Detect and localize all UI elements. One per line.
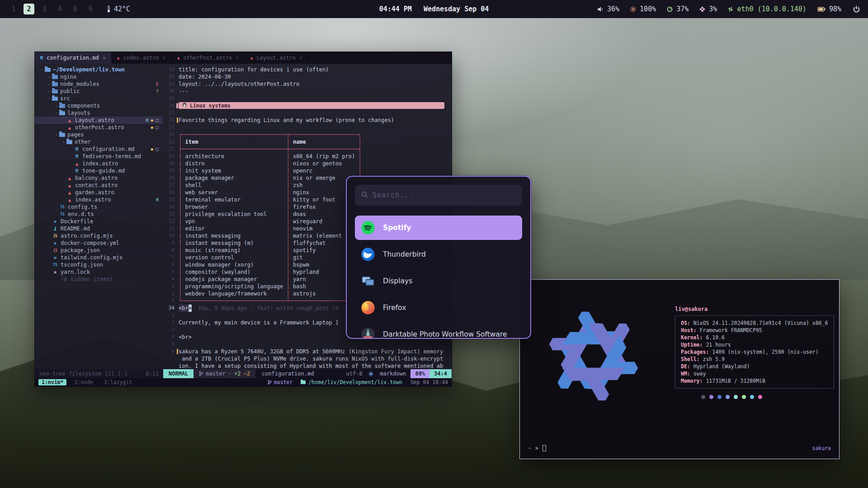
- file-label: node_modules: [60, 81, 99, 87]
- tab-otherPost.astro[interactable]: ▲otherPost.astro×: [172, 52, 245, 64]
- thermometer-icon: [107, 5, 111, 13]
- search-box[interactable]: [355, 185, 522, 206]
- workspace-switcher: 123489: [8, 4, 96, 14]
- tree-item-tone-guide.md[interactable]: Mtone-guide.md: [35, 167, 163, 174]
- tab-configuration.md[interactable]: Mconfiguration.md×: [35, 52, 112, 64]
- launcher-item-Spotify[interactable]: Spotify: [355, 216, 522, 240]
- network-module[interactable]: eth0 (10.0.0.140): [728, 5, 807, 13]
- tree-item-tsconfig.json[interactable]: TStsconfig.json: [35, 261, 163, 268]
- tree-item-fediverse-terms.md[interactable]: Mfediverse-terms.md: [35, 153, 163, 160]
- tree-item-public[interactable]: ▸public?: [35, 88, 163, 95]
- close-icon[interactable]: ×: [103, 55, 106, 61]
- chevron-down-icon: ▾: [47, 97, 52, 101]
- fetch-info: OS: NixOS 24.11.20240828.71e91c4 (Vicuna…: [675, 315, 834, 389]
- status-badge: ?: [156, 89, 159, 94]
- workspace-1[interactable]: 1: [8, 4, 19, 14]
- palette-dot: [758, 395, 762, 399]
- tree-item-config.ts[interactable]: TSconfig.ts: [35, 203, 163, 211]
- tree-item-README.md[interactable]: iREADME.md: [35, 225, 163, 232]
- module-value: 37%: [676, 5, 689, 13]
- tree-item-tailwind.config.mjs[interactable]: ≈tailwind.config.mjs: [35, 254, 163, 261]
- tree-item-otherPost.astro[interactable]: ▲otherPost.astro●: [35, 124, 163, 131]
- battery-module[interactable]: 98%: [817, 5, 841, 13]
- close-icon[interactable]: ×: [236, 55, 239, 61]
- tree-item-astro.config.mjs[interactable]: JSastro.config.mjs: [35, 232, 163, 239]
- tab-Layout.astro[interactable]: ▲Layout.astro×: [245, 52, 308, 64]
- tmux-window-3:lazygit[interactable]: 3:lazygit: [101, 379, 135, 385]
- launcher-item-Firefox[interactable]: Firefox: [355, 296, 522, 320]
- tree-item-yarn.lock[interactable]: ■yarn.lock: [35, 268, 163, 276]
- fetch-memory: Memory: 11731MiB / 31280MiB: [681, 377, 828, 385]
- git-changed-count: ~2: [243, 371, 250, 377]
- astro-icon: ▲: [66, 118, 73, 123]
- tree-item-balcony.astro[interactable]: ▲balcony.astro: [35, 174, 163, 182]
- chevron-down-icon: ▾: [39, 68, 44, 72]
- statusline-filename: configuration.md: [255, 369, 321, 378]
- close-icon[interactable]: ×: [299, 55, 302, 61]
- line-number: 12: [163, 218, 179, 225]
- workspace-4[interactable]: 4: [54, 4, 65, 14]
- tree-item-docker-compose.yml[interactable]: ◆docker-compose.yml: [35, 239, 163, 247]
- cpu-module[interactable]: 3%: [699, 5, 717, 13]
- fetch-de: DE: Hyprland (Wayland): [681, 363, 828, 370]
- line-number: 11: [163, 225, 179, 232]
- tree-item-layouts[interactable]: ▾layouts: [35, 109, 163, 117]
- palette-dot: [750, 395, 754, 399]
- launcher-item-Thunderbird[interactable]: Thunderbird: [355, 242, 522, 267]
- tree-item-contact.astro[interactable]: ▲contact.astro: [35, 182, 163, 189]
- tree-item-node_modules[interactable]: ▸node_modulesE: [35, 80, 163, 88]
- line-number: 18: [163, 174, 179, 182]
- tree-item-index.astro[interactable]: ▲index.astro: [35, 160, 163, 167]
- search-input[interactable]: [373, 191, 516, 199]
- close-icon[interactable]: ×: [163, 55, 166, 61]
- file-label: fediverse-terms.md: [82, 153, 141, 160]
- tree-item-pages[interactable]: ▾pages: [35, 131, 163, 138]
- line-number: 6: [163, 348, 179, 355]
- tab-label: configuration.md: [47, 55, 99, 61]
- usage-module[interactable]: 37%: [667, 5, 689, 13]
- astro-icon: ▲: [66, 190, 73, 195]
- modified-indicator: ●: [151, 125, 153, 130]
- workspace-2[interactable]: 2: [24, 4, 34, 14]
- tree-item-other[interactable]: ▾other: [35, 138, 163, 145]
- tree-item-package.json[interactable]: {}package.json: [35, 247, 163, 254]
- clock: 04:44 PM Wednesday Sep 04: [379, 5, 489, 13]
- folder-icon: [52, 75, 58, 79]
- tree-item-~/Development/liv.town[interactable]: ▾~/Development/liv.town: [35, 66, 163, 73]
- file-label: docker-compose.yml: [61, 240, 119, 246]
- editor-line: ion. I have a setup consisting of Hyprla…: [163, 362, 452, 369]
- terminal-window[interactable]: liv@sakura OS: NixOS 24.11.20240828.71e9…: [519, 279, 840, 459]
- file-label: Dockerfile: [61, 218, 93, 225]
- tree-item-Layout.astro[interactable]: ▲Layout.astroH●: [35, 117, 163, 124]
- readme-icon: i: [52, 226, 59, 231]
- file-label: Layout.astro: [75, 117, 114, 123]
- tree-item-(6 hidden items)[interactable]: (6 hidden items): [35, 276, 163, 283]
- workspace-8[interactable]: 8: [70, 4, 80, 14]
- tree-item-env.d.ts[interactable]: TSenv.d.ts: [35, 211, 163, 218]
- power-button[interactable]: [853, 6, 860, 13]
- tmux-window-2:node[interactable]: 2:node: [71, 379, 96, 385]
- workspace-3[interactable]: 3: [39, 4, 50, 14]
- file-tree[interactable]: ▾~/Development/liv.town▸nginx▸node_modul…: [35, 64, 163, 369]
- launcher-item-Darktable Photo Workflow Software[interactable]: Darktable Photo Workflow Software: [355, 322, 522, 339]
- line-number: 17: [163, 182, 179, 189]
- file-label: otherPost.astro: [75, 124, 124, 131]
- tab-index.astro[interactable]: ▲index.astro×: [112, 52, 172, 64]
- tree-item-src[interactable]: ▾src: [35, 95, 163, 102]
- tree-item-garden.astro[interactable]: ▲garden.astro: [35, 189, 163, 196]
- volume-module[interactable]: 36%: [597, 5, 619, 13]
- folder-icon: [52, 97, 58, 101]
- tree-item-index.astro[interactable]: ▲index.astroH: [35, 196, 163, 203]
- line-number: 22: [163, 145, 179, 153]
- unsaved-indicator: [156, 126, 159, 129]
- tmux-window-1:nvim*[interactable]: 1:nvim*: [38, 379, 66, 385]
- workspace-9[interactable]: 9: [85, 4, 96, 14]
- tree-item-configuration.md[interactable]: Mconfiguration.md●: [35, 145, 163, 153]
- brightness-module[interactable]: 100%: [630, 5, 656, 13]
- launcher-item-Displays[interactable]: Displays: [355, 269, 522, 293]
- file-label: (6 hidden items): [61, 276, 113, 282]
- ts-icon: TS: [52, 263, 59, 267]
- tree-item-Dockerfile[interactable]: ◆Dockerfile: [35, 218, 163, 225]
- tree-item-components[interactable]: ▸components: [35, 102, 163, 109]
- tree-item-nginx[interactable]: ▸nginx: [35, 73, 163, 80]
